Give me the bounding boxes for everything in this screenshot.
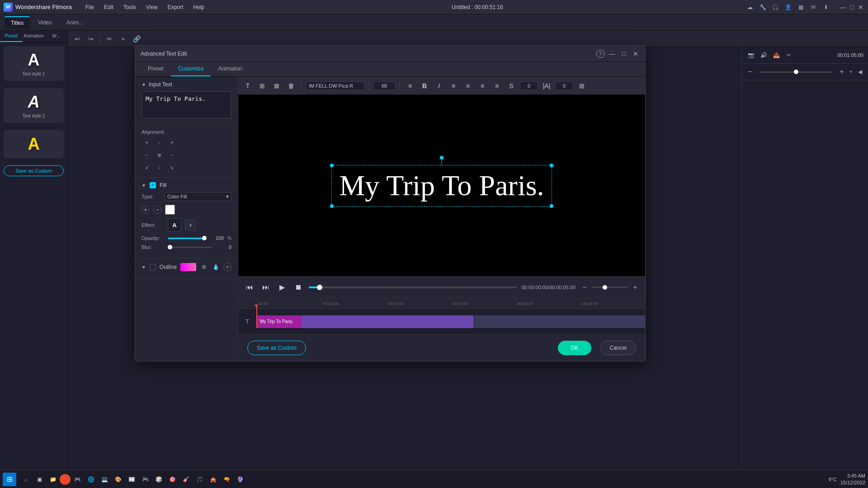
handle-tr[interactable] bbox=[550, 164, 553, 167]
color-swatch[interactable] bbox=[165, 205, 175, 215]
skip-back-button[interactable]: ⏮ bbox=[244, 282, 255, 293]
bold-button[interactable]: B bbox=[419, 80, 430, 92]
effect-preview[interactable]: A bbox=[168, 218, 181, 232]
outline-checkbox[interactable] bbox=[150, 264, 156, 270]
mail-icon[interactable]: ✉ bbox=[809, 3, 817, 11]
taskbar-icon-7[interactable]: 🎮 bbox=[138, 473, 152, 486]
undo-button[interactable]: ↩ bbox=[71, 33, 83, 45]
clip-purple[interactable] bbox=[302, 315, 473, 328]
style-card-3[interactable]: A bbox=[4, 130, 64, 158]
taskbar-icon-9[interactable]: 🎯 bbox=[165, 473, 179, 486]
rs-audio-icon[interactable]: 🔊 bbox=[759, 51, 768, 60]
taskbar-start-button[interactable]: ⊞ bbox=[3, 473, 16, 486]
taskbar-icon-12[interactable]: 🎪 bbox=[206, 473, 220, 486]
outline-settings-icon[interactable]: ⚙ bbox=[200, 263, 208, 271]
transform-tool-button[interactable]: ⊞ bbox=[256, 80, 268, 92]
taskbar-icon-1[interactable]: 🔴 bbox=[60, 474, 71, 485]
fill-type-select[interactable]: Color Fill bbox=[164, 192, 231, 201]
taskbar-icon-2[interactable]: 🎮 bbox=[71, 473, 84, 486]
dialog-tab-customize[interactable]: Customize bbox=[171, 62, 211, 76]
menu-help[interactable]: Help bbox=[189, 2, 209, 12]
redo-button[interactable]: ↪ bbox=[85, 33, 97, 45]
outline-eyedropper-icon[interactable]: 💧 bbox=[212, 263, 220, 271]
input-text-field[interactable]: My Trip To Paris. bbox=[142, 91, 231, 118]
menu-export[interactable]: Export bbox=[163, 2, 188, 12]
taskbar-task-view[interactable]: ▣ bbox=[33, 473, 46, 486]
blur-slider[interactable] bbox=[168, 247, 212, 248]
avatar-icon[interactable]: 👤 bbox=[784, 3, 792, 11]
align-left-button[interactable]: ≡ bbox=[448, 80, 459, 92]
delete-tool-button[interactable]: 🗑 bbox=[285, 80, 297, 92]
spacing-input[interactable] bbox=[520, 81, 538, 90]
taskbar-icon-11[interactable]: 🎵 bbox=[193, 473, 206, 486]
line-style-button[interactable]: ≡ bbox=[404, 80, 416, 92]
text-style-button[interactable]: S bbox=[505, 80, 517, 92]
menu-edit[interactable]: Edit bbox=[99, 2, 118, 12]
opacity-slider[interactable] bbox=[168, 238, 204, 239]
rs-zoom-in[interactable]: + bbox=[837, 67, 846, 76]
fill-checkbox[interactable] bbox=[150, 182, 156, 188]
link-button[interactable]: 🔗 bbox=[131, 33, 142, 45]
download-icon[interactable]: ⬇ bbox=[822, 3, 830, 11]
outline-add-button[interactable]: + bbox=[223, 263, 231, 271]
align-top-left[interactable]: ↖ bbox=[142, 137, 152, 148]
fill-header[interactable]: ▼ Fill bbox=[142, 182, 231, 188]
rs-camera-icon[interactable]: 📷 bbox=[746, 51, 755, 60]
playback-scrubber[interactable] bbox=[309, 286, 517, 288]
align-bottom-right[interactable]: ↘ bbox=[166, 162, 177, 173]
zoom-in-button[interactable]: + bbox=[631, 283, 640, 292]
menu-view[interactable]: View bbox=[142, 2, 162, 12]
effect-dropdown-button[interactable]: ▾ bbox=[185, 220, 196, 230]
cloud-icon[interactable]: ☁ bbox=[746, 3, 754, 11]
font-select[interactable] bbox=[306, 81, 364, 90]
footer-cancel-button[interactable]: Cancel bbox=[600, 341, 636, 355]
rs-zoom-track[interactable] bbox=[759, 71, 833, 73]
minimize-button[interactable]: — bbox=[839, 4, 846, 11]
zoom-slider[interactable] bbox=[592, 286, 628, 288]
align-justify-button[interactable]: ≡ bbox=[491, 80, 503, 92]
zoom-out-button[interactable]: − bbox=[580, 283, 589, 292]
italic-button[interactable]: I bbox=[433, 80, 445, 92]
rs-collapse-icon[interactable]: ◀ bbox=[855, 67, 864, 76]
dialog-tab-animation[interactable]: Animation bbox=[211, 62, 249, 76]
maximize-button[interactable]: □ bbox=[848, 4, 855, 11]
style-card-2[interactable]: A Text style 2 bbox=[4, 88, 64, 123]
handle-bl[interactable] bbox=[330, 204, 334, 208]
dialog-maximize-button[interactable]: □ bbox=[620, 50, 628, 58]
rs-export-icon[interactable]: 📤 bbox=[772, 51, 781, 60]
align-bottom-center[interactable]: ↓ bbox=[154, 162, 165, 173]
rs-add-track-icon[interactable]: + bbox=[846, 67, 855, 76]
dialog-close-button[interactable]: ✕ bbox=[632, 50, 640, 58]
save-custom-sidebar-button[interactable]: Save as Custom bbox=[4, 165, 64, 176]
taskbar-search-button[interactable]: ⌕ bbox=[19, 473, 33, 486]
taskbar-icon-8[interactable]: 🎲 bbox=[152, 473, 165, 486]
add-media-button[interactable]: + bbox=[117, 33, 129, 45]
dialog-minimize-button[interactable]: — bbox=[608, 50, 616, 58]
align-middle-center[interactable]: ⊕ bbox=[154, 150, 165, 160]
align-top-right[interactable]: ↗ bbox=[166, 137, 177, 148]
sub-tab-animation[interactable]: Animation bbox=[23, 31, 45, 42]
taskbar-icon-14[interactable]: 🔮 bbox=[233, 473, 247, 486]
taskbar-icon-3[interactable]: 🌐 bbox=[84, 473, 98, 486]
more-options-button[interactable]: ⊞ bbox=[576, 80, 588, 92]
play-button[interactable]: ▶ bbox=[276, 282, 288, 293]
stop-button[interactable]: ⏹ bbox=[292, 282, 304, 293]
taskbar-icon-13[interactable]: 🔫 bbox=[220, 473, 233, 486]
taskbar-icon-6[interactable]: 📰 bbox=[125, 473, 138, 486]
taskbar-icon-5[interactable]: 🎨 bbox=[111, 473, 125, 486]
close-button[interactable]: ✕ bbox=[857, 4, 864, 11]
clip-text[interactable]: My Trip To Paris. bbox=[256, 315, 302, 328]
rotation-input[interactable] bbox=[555, 81, 573, 90]
taskbar-icon-10[interactable]: 🎸 bbox=[179, 473, 193, 486]
taskbar-file-explorer[interactable]: 📁 bbox=[46, 473, 60, 486]
crop-tool-button[interactable]: ⊠ bbox=[271, 80, 283, 92]
dialog-tab-preset[interactable]: Preset bbox=[141, 62, 171, 76]
input-text-header[interactable]: ▼ Input Text bbox=[142, 81, 231, 88]
footer-ok-button[interactable]: OK bbox=[558, 341, 591, 355]
footer-save-custom-button[interactable]: Save as Custom bbox=[247, 341, 306, 355]
dialog-help-button[interactable]: ? bbox=[596, 50, 604, 58]
font-size-input[interactable] bbox=[373, 81, 396, 90]
tab-anim[interactable]: Anim... bbox=[60, 17, 90, 28]
align-top-center[interactable]: ↑ bbox=[154, 137, 165, 148]
sub-tab-preset[interactable]: Preset bbox=[0, 31, 23, 42]
